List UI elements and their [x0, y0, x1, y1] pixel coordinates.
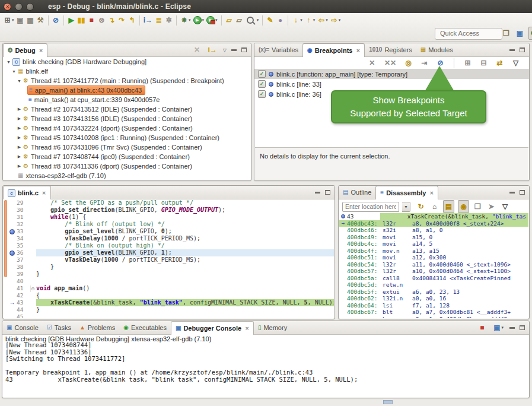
minimize-icon[interactable]: [231, 49, 237, 51]
debug-tree-item[interactable]: ▶⚙Thread #8 1073411336 (dport) (Suspende…: [4, 161, 250, 171]
maximize-icon[interactable]: [520, 325, 525, 330]
debug-tree[interactable]: ▼Cblink checking [GDB Hardware Debugging…: [4, 57, 250, 180]
close-icon[interactable]: ✕: [42, 191, 46, 196]
home-button[interactable]: ⌂: [429, 201, 439, 212]
tab-variables[interactable]: (x)=Variables: [254, 43, 302, 56]
forward-button[interactable]: ⇨▾: [329, 14, 342, 26]
minimize-icon[interactable]: [509, 192, 515, 194]
breakpoint-row[interactable]: ✓blink.c [function: app_main] [type: Tem…: [254, 69, 529, 79]
previous-annotation-button[interactable]: ↑▾: [304, 14, 317, 26]
dropdown-arrow-icon[interactable]: ▾: [313, 18, 316, 23]
dropdown-arrow-icon[interactable]: ▾: [12, 18, 14, 23]
tab-outline[interactable]: ▤Outline: [339, 186, 375, 199]
display-selected-console-button[interactable]: ▣▾: [492, 322, 505, 334]
debug-perspective-button[interactable]: ❂: [528, 27, 532, 40]
instruction-stepping-toggle[interactable]: i→: [207, 44, 218, 56]
tab-console[interactable]: ▣Console: [2, 321, 43, 334]
tab-debug[interactable]: ❂ Debug ✕: [3, 43, 47, 57]
debug-tree-item[interactable]: ▼▦blink.elf: [4, 66, 250, 76]
debug-tree-item[interactable]: ▶⚙Thread #5 1073410208 (ipc1 : Running) …: [4, 133, 250, 142]
show-source-toggle[interactable]: ▤: [443, 200, 454, 213]
close-icon[interactable]: ✕: [356, 48, 360, 53]
new-wizard-button[interactable]: ⊞▾: [2, 14, 15, 26]
step-return-button[interactable]: ↰: [127, 14, 137, 26]
breakpoint-icon[interactable]: [9, 229, 15, 234]
next-annotation-button[interactable]: ↓▾: [291, 14, 304, 26]
pin-view-button[interactable]: ➤: [486, 201, 496, 212]
expand-all-button[interactable]: ⊞: [463, 57, 473, 69]
save-all-button[interactable]: ▦: [26, 14, 36, 26]
cpp-perspective-button[interactable]: ▣: [515, 27, 525, 39]
remove-all-breakpoints-button[interactable]: ✕✕: [383, 57, 397, 69]
external-tools-button[interactable]: ▶▾: [205, 14, 219, 26]
resize-grip[interactable]: [383, 400, 393, 404]
disconnect-button[interactable]: ⊗: [97, 14, 107, 26]
maximize-icon[interactable]: [241, 47, 247, 52]
link-with-debug-view-toggle[interactable]: ⇄: [495, 57, 505, 69]
refresh-view-button[interactable]: ↻: [416, 201, 426, 212]
window-close-button[interactable]: ✕: [4, 3, 11, 11]
tab-problems[interactable]: ▲Problems: [75, 321, 119, 334]
dropdown-arrow-icon[interactable]: ▾: [257, 18, 259, 23]
tab-executables[interactable]: ◉Executables: [119, 321, 171, 334]
step-into-button[interactable]: ↴: [107, 14, 117, 26]
tab-breakpoints[interactable]: ◉Breakpoints✕: [302, 43, 365, 57]
console-output[interactable]: blink checking [GDB Hardware Debugging] …: [3, 335, 528, 397]
show-supported-breakpoints-button[interactable]: ◎: [403, 57, 413, 69]
step-filters-button[interactable]: ≣: [154, 14, 164, 26]
location-input[interactable]: [342, 202, 399, 212]
view-menu-icon[interactable]: ▽: [223, 47, 227, 53]
new-launch-button[interactable]: ✲: [164, 14, 174, 26]
tab-tasks[interactable]: ☑Tasks: [43, 321, 75, 334]
view-menu-button[interactable]: ▽: [511, 57, 521, 69]
tab-disassembly[interactable]: ≡Disassembly✕: [375, 186, 438, 199]
debug-tree-item[interactable]: ▦xtensa-esp32-elf-gdb (7.10): [4, 171, 250, 180]
minimize-icon[interactable]: [315, 192, 320, 194]
tab-debugger-console[interactable]: ▣Debugger Console✕: [171, 321, 254, 335]
terminate-button[interactable]: ■: [87, 14, 97, 26]
minimize-icon[interactable]: [509, 49, 515, 51]
dropdown-arrow-icon[interactable]: ▾: [202, 18, 205, 23]
remove-all-terminated-button[interactable]: ✕: [192, 44, 202, 56]
debug-tree-item[interactable]: ▶⚙Thread #4 1073432224 (dport) (Suspende…: [4, 123, 250, 133]
dropdown-arrow-icon[interactable]: ▾: [326, 18, 328, 23]
step-over-button[interactable]: ↷: [117, 14, 127, 26]
close-icon[interactable]: ✕: [429, 191, 434, 196]
debug-tree-item[interactable]: ▶⚙Thread #3 1073413156 (IDLE) (Suspended…: [4, 114, 250, 123]
history-button[interactable]: ●: [275, 14, 285, 26]
disassembly-listing[interactable]: 43 xTaskCreate(&blink_task, "blink_tas→4…: [339, 213, 528, 318]
breakpoint-checkbox[interactable]: ✓: [258, 90, 266, 98]
last-edit-location-button[interactable]: ✎: [265, 14, 275, 26]
maximize-icon[interactable]: [520, 47, 525, 52]
debug-tree-item[interactable]: ▶⚙Thread #2 1073413512 (IDLE) (Suspended…: [4, 104, 250, 114]
debug-button[interactable]: ✵▾: [179, 14, 192, 26]
collapse-all-button[interactable]: ⊟: [479, 57, 489, 69]
sync-context-toggle[interactable]: ◉: [458, 200, 469, 213]
dropdown-arrow-icon[interactable]: ▾: [339, 18, 341, 23]
dropdown-arrow-icon[interactable]: ▾: [189, 18, 191, 23]
debug-tree-item[interactable]: ▶⚙Thread #6 1073431096 (Tmr Svc) (Suspen…: [4, 142, 250, 152]
skip-all-breakpoints-button[interactable]: ⊘: [51, 14, 61, 26]
debug-tree-item[interactable]: ≡app_main() at blink.c:43 0x400dbc43: [4, 85, 250, 95]
debug-tree-item[interactable]: ▼Cblink checking [GDB Hardware Debugging…: [4, 57, 250, 66]
window-maximize-button[interactable]: [26, 3, 34, 11]
quick-access-box[interactable]: Quick Access: [435, 28, 502, 40]
breakpoint-checkbox[interactable]: ✓: [258, 80, 266, 88]
view-menu-button[interactable]: ▽: [500, 201, 510, 212]
breakpoint-row[interactable]: ✓blink.c [line: 33]: [254, 79, 529, 89]
close-icon[interactable]: ✕: [245, 326, 249, 331]
suspend-button[interactable]: ▮▮: [77, 14, 87, 26]
debug-tree-item[interactable]: ≡main_task() at cpu_start.c:339 0x400d05…: [4, 95, 250, 104]
remove-breakpoint-button[interactable]: ✕: [367, 57, 377, 69]
debug-tree-item[interactable]: ▶⚙Thread #7 1073408744 (ipc0) (Suspended…: [4, 152, 250, 161]
minimize-icon[interactable]: [509, 327, 515, 329]
build-button[interactable]: ⚒: [36, 14, 46, 26]
tab-blink-c[interactable]: c blink.c ✕: [3, 186, 51, 199]
back-button[interactable]: ⇦▾: [316, 14, 329, 26]
save-button[interactable]: ▣: [15, 14, 26, 26]
open-resource-button[interactable]: ▱: [234, 14, 244, 26]
terminate-console-button[interactable]: ■: [477, 322, 487, 334]
breakpoint-checkbox[interactable]: ✓: [258, 70, 266, 78]
tab-memory[interactable]: ▯Memory: [254, 321, 291, 334]
location-dropdown-icon[interactable]: ▼: [402, 202, 410, 212]
